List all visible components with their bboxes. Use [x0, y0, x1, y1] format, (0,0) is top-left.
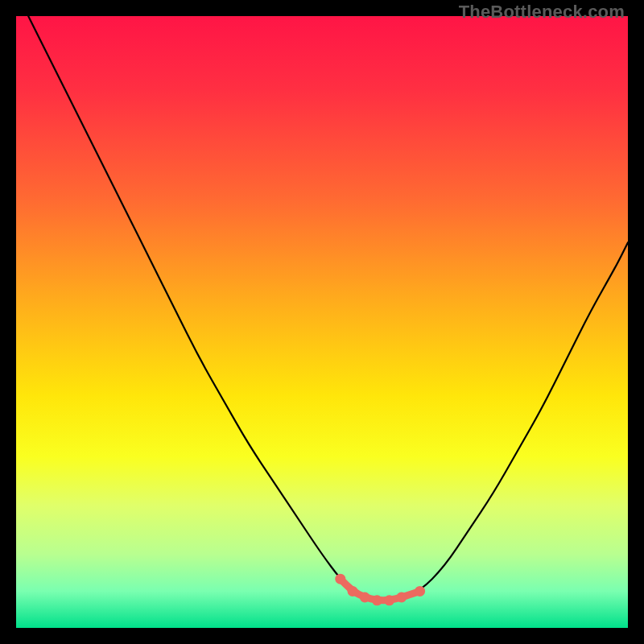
highlight-dot — [335, 574, 345, 584]
gradient-background — [16, 16, 628, 628]
highlight-dot — [396, 592, 407, 603]
highlight-dot — [384, 595, 394, 605]
watermark-text: TheBottleneck.com — [459, 2, 625, 23]
chart-frame: TheBottleneck.com — [0, 0, 644, 644]
chart-svg — [16, 16, 628, 628]
highlight-dot — [348, 586, 358, 597]
highlight-dot — [360, 592, 370, 603]
plot-area — [16, 16, 628, 628]
highlight-dot — [415, 586, 425, 597]
highlight-dot — [372, 595, 382, 605]
